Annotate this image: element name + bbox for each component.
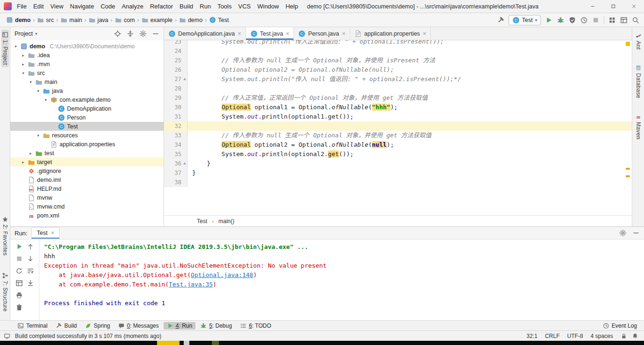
menu-help[interactable]: Help (282, 0, 301, 12)
chevron-right-icon[interactable]: ▸ (21, 160, 26, 165)
tab-test-java[interactable]: CTest.java× (246, 27, 294, 40)
search-everywhere-button[interactable] (632, 16, 639, 24)
breadcrumb-item-src[interactable]: src (36, 15, 55, 24)
editor-breadcrumb-main[interactable]: main() (218, 218, 234, 225)
fold-marker[interactable] (183, 78, 186, 80)
tool-button-terminal[interactable]: Terminal (14, 322, 51, 330)
tree-item-application-properties[interactable]: application.properties (10, 140, 164, 149)
line-number[interactable]: 33 (164, 131, 187, 140)
tree-item-gitignore[interactable]: .gitignore (10, 166, 164, 175)
run-config-select[interactable]: CTest▾ (509, 15, 541, 25)
tool-button-build[interactable]: Build (52, 322, 80, 330)
tree-item-pom-xml[interactable]: mpom.xml (10, 211, 164, 220)
line-number[interactable]: 23 (164, 40, 187, 46)
stop-button[interactable] (15, 255, 23, 262)
line-number[interactable]: 29 (164, 93, 187, 103)
layout-button[interactable] (15, 279, 23, 287)
taskbar-item[interactable] (212, 341, 219, 345)
line-number[interactable]: 31 (164, 112, 187, 121)
close-icon[interactable]: × (286, 30, 290, 37)
tool-button-database[interactable]: Database (635, 63, 642, 100)
stack-trace-link[interactable]: Test.java:35 (169, 281, 213, 288)
menu-run[interactable]: Run (196, 0, 214, 12)
breadcrumb-item-com[interactable]: com (113, 15, 136, 24)
hide-button[interactable] (152, 30, 159, 38)
tool-button-5-debug[interactable]: 5: Debug (197, 322, 235, 330)
scroll-mark[interactable] (626, 168, 630, 170)
line-number[interactable]: 37 (164, 168, 187, 178)
tree-item-person[interactable]: CPerson (10, 113, 164, 122)
settings-button[interactable] (139, 30, 147, 38)
soft-wrap-button[interactable] (27, 267, 34, 275)
close-button[interactable] (623, 0, 644, 13)
print-button[interactable] (15, 292, 23, 299)
breadcrumb-item-demo[interactable]: demo (5, 15, 32, 24)
menu-vcs[interactable]: VCS (235, 0, 254, 12)
up-stack-button[interactable] (27, 243, 34, 250)
indent-setting[interactable]: 4 spaces (591, 333, 613, 339)
coverage-button[interactable] (569, 16, 576, 24)
run-tab-test[interactable]: Test × (31, 227, 60, 239)
project-view-select[interactable]: Project ▾ (15, 30, 37, 37)
taskbar-item[interactable] (184, 341, 189, 345)
line-separator[interactable]: CRLF (545, 333, 560, 339)
tree-item-target[interactable]: ▸target (10, 158, 164, 166)
taskbar-item[interactable] (157, 341, 180, 345)
tool-button-6-todo[interactable]: 6: TODO (237, 322, 275, 330)
chevron-down-icon[interactable]: ▾ (36, 133, 41, 138)
breadcrumb-item-test[interactable]: CTest (208, 15, 230, 24)
menu-code[interactable]: Code (97, 0, 119, 12)
line-number[interactable]: 24 (164, 46, 187, 56)
maximize-button[interactable] (603, 0, 623, 13)
line-number[interactable]: 30 (164, 103, 187, 112)
menu-file[interactable]: File (14, 0, 30, 12)
minimize-button[interactable] (632, 229, 640, 237)
tool-windows-button[interactable] (608, 16, 616, 24)
tool-button-1-project[interactable]: 1: Project (1, 30, 9, 67)
line-number[interactable]: 28 (164, 84, 187, 93)
collapse-all-button[interactable] (127, 30, 134, 38)
menu-analyze[interactable]: Analyze (119, 0, 147, 12)
profiler-button[interactable] (580, 16, 588, 24)
close-icon[interactable]: × (423, 30, 427, 37)
line-number[interactable]: 36 (164, 159, 187, 168)
lock-icon[interactable] (621, 333, 627, 339)
tool-button-4-run[interactable]: 4: Run (164, 322, 195, 330)
select-opened-file-button[interactable] (114, 30, 121, 38)
run-button[interactable] (545, 16, 553, 24)
tree-item-test[interactable]: CTest (10, 122, 164, 131)
stop-button[interactable] (592, 16, 599, 24)
down-stack-button[interactable] (27, 255, 34, 262)
monitor-icon[interactable] (4, 333, 10, 339)
layout-button[interactable] (620, 16, 628, 24)
tool-button-spring[interactable]: Spring (82, 322, 113, 330)
caret-position[interactable]: 32:1 (526, 333, 537, 339)
close-icon[interactable]: × (238, 30, 241, 37)
tool-button-7-structure[interactable]: 7: Structure (1, 270, 9, 314)
tree-item-demo[interactable]: ▾demoC:\Users\39805\Documents\demo (10, 42, 164, 51)
line-number[interactable]: 34 (164, 140, 187, 150)
settings-button[interactable] (619, 229, 627, 237)
tree-item-demoapplication[interactable]: CDemoApplication (10, 104, 164, 113)
tree-item-mvn[interactable]: ▸.mvn (10, 60, 164, 68)
menu-window[interactable]: Window (254, 0, 282, 12)
tree-item-main[interactable]: ▾main (10, 77, 164, 86)
tree-item-mvnw[interactable]: mvnw (10, 193, 164, 202)
tree-item-com-example-demo[interactable]: ▾com.example.demo (10, 95, 164, 104)
tree-item-idea[interactable]: ▸.idea (10, 51, 164, 60)
chevron-down-icon[interactable]: ▾ (13, 44, 18, 49)
editor-breadcrumb-test[interactable]: Test (197, 218, 207, 225)
chevron-right-icon[interactable]: ▸ (21, 62, 26, 67)
debug-button[interactable] (557, 16, 564, 24)
close-icon[interactable]: × (51, 229, 54, 236)
scroll-mark[interactable] (626, 175, 630, 177)
chevron-down-icon[interactable]: ▾ (43, 98, 48, 102)
line-number[interactable]: 35 (164, 150, 187, 159)
breadcrumb-item-example[interactable]: example (140, 15, 174, 24)
line-number[interactable]: 26 (164, 65, 187, 75)
run-console[interactable]: "C:\Program Files\JetBrains\IntelliJ IDE… (39, 240, 644, 320)
inspection-indicator[interactable] (626, 42, 630, 46)
tree-item-resources[interactable]: ▾resources (10, 131, 164, 140)
line-number[interactable]: 32 (164, 121, 187, 131)
tree-item-src[interactable]: ▾src (10, 68, 164, 77)
